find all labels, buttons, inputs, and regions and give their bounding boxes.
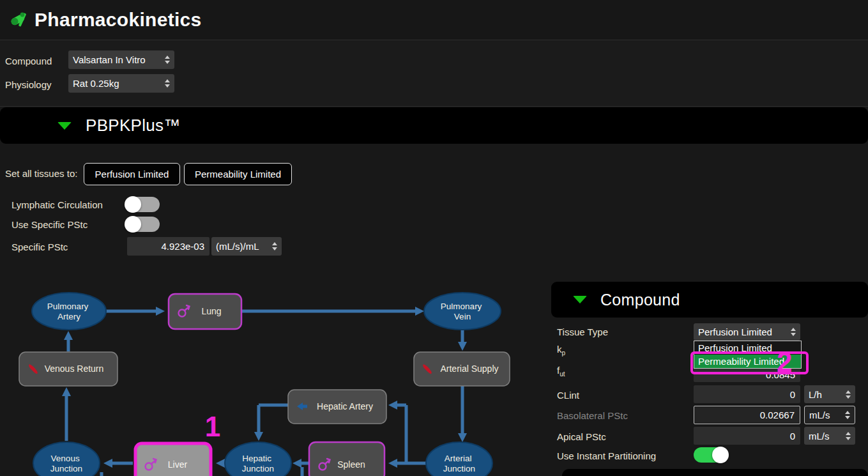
- spinner-icon: [165, 79, 170, 88]
- basolateral-unit-value: mL/s: [809, 410, 830, 420]
- permeability-limited-button[interactable]: Permeability Limited: [184, 163, 292, 185]
- compound-select[interactable]: Valsartan In Vitro: [68, 50, 174, 69]
- physiology-select-value: Rat 0.25kg: [73, 78, 119, 89]
- tissue-type-label: Tissue Type: [557, 326, 608, 337]
- pharmacokinetics-window: Pharmacokinetics Compound Valsartan In V…: [0, 0, 868, 476]
- use-specific-pstc-toggle[interactable]: [125, 217, 160, 232]
- use-specific-pstc-label: Use Specific PStc: [11, 219, 88, 230]
- node-pulmonary-vein[interactable]: Pulmonary Vein: [424, 293, 501, 330]
- lymphatic-circulation-toggle[interactable]: [125, 197, 160, 212]
- spinner-icon: [846, 390, 851, 399]
- app-header: Pharmacokinetics: [0, 0, 868, 40]
- perfusion-limited-button[interactable]: Perfusion Limited: [84, 163, 180, 185]
- use-instant-partitioning-label: Use Instant Partitioning: [557, 450, 656, 461]
- apical-unit-select[interactable]: mL/s: [804, 427, 855, 445]
- node-arterial-junction[interactable]: Arterial Junction: [426, 442, 492, 476]
- node-hepatic-artery[interactable]: Hepatic Artery: [288, 390, 386, 424]
- basolateral-unit-select[interactable]: mL/s: [804, 406, 855, 424]
- collapse-triangle-icon[interactable]: [57, 122, 72, 130]
- kp-label: kp: [557, 344, 565, 357]
- pbpk-diagram: Pulmonary Artery Pulmonary Vein Venous J…: [0, 275, 549, 476]
- svg-text:Venous Junction: Venous Junction: [50, 454, 82, 473]
- node-pulmonary-artery[interactable]: Pulmonary Artery: [32, 293, 106, 330]
- clint-unit-value: L/h: [809, 389, 822, 400]
- physiology-select[interactable]: Rat 0.25kg: [68, 74, 174, 93]
- node-spleen[interactable]: Spleen: [309, 442, 385, 476]
- apical-pstc-label: Apical PStc: [557, 431, 606, 442]
- svg-text:Lung: Lung: [201, 306, 221, 316]
- annotation-2: 2: [777, 346, 792, 378]
- node-arterial-supply[interactable]: Arterial Supply: [414, 352, 510, 386]
- specific-pstc-unit-select[interactable]: (mL/s)/mL: [211, 237, 282, 256]
- compound-label: Compound: [5, 56, 52, 66]
- tissue-type-select[interactable]: Perfusion Limited: [694, 323, 800, 341]
- svg-text:Arterial Junction: Arterial Junction: [443, 454, 475, 473]
- spinner-icon: [165, 56, 170, 64]
- page-title: Pharmacokinetics: [34, 9, 202, 31]
- svg-text:Liver: Liver: [168, 459, 188, 470]
- spinner-icon: [791, 328, 796, 336]
- specific-pstc-unit-value: (mL/s)/mL: [216, 241, 259, 252]
- node-hepatic-junction[interactable]: Hepatic Junction: [225, 442, 291, 476]
- next-section-bar: [562, 469, 868, 476]
- lymphatic-circulation-label: Lymphatic Circulation: [11, 199, 103, 210]
- pbpkplus-section-bar: PBPKPlus™: [0, 107, 868, 144]
- spinner-icon: [272, 242, 277, 250]
- compound-panel-title: Compound: [600, 291, 680, 309]
- set-all-tissues-label: Set all tissues to:: [5, 168, 77, 179]
- clint-unit-select[interactable]: L/h: [804, 385, 855, 403]
- specific-pstc-label: Specific PStc: [11, 242, 68, 252]
- spinner-icon: [846, 432, 851, 440]
- tissue-type-select-value: Perfusion Limited: [698, 326, 772, 337]
- pbpkplus-title: PBPKPlus™: [86, 116, 181, 135]
- specific-pstc-input[interactable]: 4.923e-03: [127, 237, 209, 256]
- svg-text:Arterial Supply: Arterial Supply: [440, 364, 498, 374]
- collapse-triangle-icon[interactable]: [573, 296, 587, 303]
- annotation-1: 1: [205, 411, 220, 442]
- use-instant-partitioning-toggle[interactable]: [694, 447, 728, 463]
- svg-text:Hepatic Junction: Hepatic Junction: [242, 454, 274, 473]
- toggle-knob: [125, 216, 141, 233]
- physiology-label: Physiology: [5, 79, 52, 90]
- pills-icon: [9, 10, 28, 29]
- toggle-knob: [712, 447, 729, 463]
- node-lung[interactable]: Lung: [169, 294, 241, 329]
- svg-text:Spleen: Spleen: [337, 459, 365, 470]
- node-venous-return[interactable]: Venous Return: [19, 352, 118, 386]
- spinner-icon: [845, 411, 850, 419]
- selector-section: Compound Valsartan In Vitro Physiology R…: [0, 40, 868, 107]
- compound-section-bar: Compound: [551, 282, 868, 318]
- clint-input[interactable]: 0: [694, 385, 800, 403]
- node-venous-junction[interactable]: Venous Junction: [33, 442, 100, 476]
- node-liver[interactable]: Liver: [135, 443, 211, 476]
- clint-label: CLint: [557, 390, 579, 401]
- svg-text:Venous Return: Venous Return: [45, 364, 104, 374]
- fut-label: fut: [557, 365, 565, 378]
- toggle-knob: [125, 196, 141, 213]
- basolateral-pstc-input[interactable]: 0.02667: [694, 406, 800, 424]
- apical-pstc-input[interactable]: 0: [694, 427, 800, 445]
- basolateral-pstc-label: Basolateral PStc: [557, 410, 628, 421]
- apical-unit-value: mL/s: [809, 431, 830, 441]
- compound-select-value: Valsartan In Vitro: [73, 54, 146, 65]
- svg-text:Hepatic Artery: Hepatic Artery: [317, 401, 373, 411]
